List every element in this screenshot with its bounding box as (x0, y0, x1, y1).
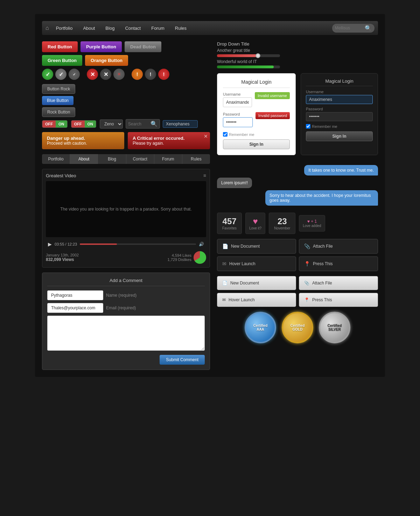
heart-icon[interactable]: ♥ (249, 216, 261, 226)
login-dark-username-input[interactable] (306, 95, 373, 104)
sub-nav-rules[interactable]: Rules (182, 154, 210, 164)
badge-gold-label: Certified (290, 324, 305, 328)
stats-row: 457 Favorites ♥ Love it? 23 November ♥ +… (217, 213, 378, 234)
hover-label-light: Hover Launch (229, 297, 255, 302)
slider-row-red (217, 54, 378, 57)
x-icon-small[interactable]: ✕ (113, 69, 125, 80)
attach-button-light[interactable]: 📎 Attach File (299, 276, 378, 290)
press-button-light[interactable]: 📍 Press This (299, 293, 378, 307)
slider-track-red[interactable] (217, 54, 280, 57)
video-progress-bar[interactable] (80, 243, 196, 245)
sub-nav-blog[interactable]: Blog (98, 154, 126, 164)
video-menu-icon[interactable]: ≡ (203, 173, 206, 178)
x-icon-red-big[interactable]: ✕ (87, 69, 98, 80)
video-screen: The video you are looking for is trapped… (46, 181, 206, 237)
nav-bar: ⌂ Portfolio About Blog Contact Forum Rul… (42, 21, 378, 35)
heart-plus-icon[interactable]: ♥ + 1 (303, 219, 321, 224)
comment-form: Add a Comment Name (required) Email (req… (42, 273, 210, 370)
login-light-signin-button[interactable]: Sign In (223, 139, 290, 149)
press-button-dark[interactable]: 📍 Press This (299, 256, 378, 271)
dropdown-sub1: Another great title (217, 48, 378, 53)
video-stats: 4,594 Likes 1,729 Dislikes (168, 253, 191, 262)
login-dark-password-input[interactable] (306, 112, 373, 121)
check-icon-green[interactable]: ✓ (42, 69, 53, 80)
doc-icon-dark: 📄 (222, 243, 228, 249)
comment-textarea[interactable] (47, 316, 205, 351)
slider-thumb-red[interactable] (255, 53, 260, 58)
xenophanes-input[interactable] (163, 120, 198, 128)
toggle-on-2[interactable]: ON (85, 121, 96, 128)
alert-icon-dark[interactable]: ! (145, 69, 156, 80)
slider-track-green[interactable] (217, 66, 280, 68)
login-dark-signin-button[interactable]: Sign In (306, 131, 373, 141)
check-icon-small[interactable]: ✓ (69, 69, 80, 80)
login-light-password-input[interactable] (223, 117, 253, 127)
hover-button-light[interactable]: ✉ Hover Launch (217, 293, 296, 307)
alert-error-sub: Please try again. (133, 141, 205, 146)
green-button[interactable]: Green Button (42, 55, 82, 66)
search-input[interactable] (128, 122, 149, 126)
alert-close-icon[interactable]: ✕ (204, 133, 208, 139)
dead-button[interactable]: Dead Buton (125, 41, 161, 52)
login-split: Magical Login Username Invalid username … (217, 73, 378, 160)
toggle-2[interactable]: OFF ON (71, 120, 97, 128)
search-icon-small: 🔍 (150, 121, 158, 127)
new-doc-button-light[interactable]: 📄 New Document (217, 276, 296, 290)
action-grid-light: 📄 New Document 📎 Attach File ✉ Hover Lau… (217, 276, 378, 307)
button-row-1: Red Button Purple Button Dead Buton (42, 41, 210, 52)
toggle-1[interactable]: OFF ON (42, 120, 68, 128)
button-blue[interactable]: Blue Button (42, 96, 74, 105)
nav-portfolio[interactable]: Portfolio (56, 26, 73, 31)
chat-bubbles: It takes one to know one. Trust me. Lore… (217, 165, 378, 208)
x-icon-dark[interactable]: ✕ (100, 69, 111, 80)
comment-name-input[interactable] (47, 290, 103, 300)
purple-button[interactable]: Purple Button (80, 41, 122, 52)
nav-items: Portfolio About Blog Contact Forum Rules (56, 26, 332, 31)
toggle-on-1[interactable]: ON (56, 121, 67, 128)
video-header: Greatest Video ≡ (46, 173, 206, 178)
toggle-off-1[interactable]: OFF (42, 121, 56, 128)
comment-form-title: Add a Comment (47, 278, 205, 286)
orange-button[interactable]: Orange Button (85, 55, 128, 66)
nav-contact[interactable]: Contact (125, 26, 141, 31)
action-grid-dark: 📄 New Document 📎 Attach File ✉ Hover Lau… (217, 239, 378, 271)
comment-email-input[interactable] (47, 303, 103, 313)
alert-icon-orange[interactable]: ! (132, 69, 143, 80)
sub-nav-portfolio[interactable]: Portfolio (42, 154, 70, 164)
nav-about[interactable]: About (83, 26, 95, 31)
hover-button-dark[interactable]: ✉ Hover Launch (217, 256, 296, 271)
button-rock[interactable]: Button Rock (42, 84, 75, 94)
login-light-username-input[interactable] (223, 97, 252, 107)
remember-checkbox-light[interactable] (223, 132, 227, 137)
alert-icon-red[interactable]: ! (158, 69, 169, 80)
video-volume-icon[interactable]: 🔊 (199, 242, 204, 247)
red-button[interactable]: Red Button (42, 41, 78, 52)
nav-blog[interactable]: Blog (105, 26, 114, 31)
badge-aaa-label: Certified (253, 324, 268, 328)
sub-nav-forum[interactable]: Forum (154, 154, 182, 164)
search-bar[interactable]: 🔍 (126, 119, 160, 129)
sub-nav-contact[interactable]: Contact (126, 154, 154, 164)
nav-rules[interactable]: Rules (175, 26, 187, 31)
check-icon-gray[interactable]: ✓ (55, 69, 66, 80)
login-dark-remember: Remember me (306, 124, 373, 129)
toggle-off-2[interactable]: OFF (71, 121, 85, 128)
sub-nav-about[interactable]: About (70, 154, 98, 164)
nav-home-icon[interactable]: ⌂ (46, 25, 49, 31)
hover-label-dark: Hover Launch (229, 261, 255, 266)
button-rock2[interactable]: Rock Button (42, 107, 75, 117)
comment-submit-button[interactable]: Submit Comment (160, 355, 205, 365)
attach-button-dark[interactable]: 📎 Attach File (299, 239, 378, 254)
nav-search-bar[interactable]: 🔍 (332, 24, 374, 33)
nav-search-input[interactable] (335, 26, 363, 30)
mail-icon-light: ✉ (222, 297, 226, 302)
video-play-button[interactable]: ▶ (48, 241, 52, 247)
alert-row: Danger up ahead. Proceed with caution. ✕… (42, 132, 210, 149)
video-date: January 13th, 2002 832,099 Views (46, 253, 79, 262)
video-progress-fill (80, 243, 117, 245)
new-doc-button-dark[interactable]: 📄 New Document (217, 239, 296, 254)
nav-forum[interactable]: Forum (151, 26, 164, 31)
alert-error-title: A Critical error occured. (133, 136, 205, 141)
remember-checkbox-dark[interactable] (306, 124, 310, 129)
zeno-select[interactable]: Zeno (100, 119, 123, 129)
